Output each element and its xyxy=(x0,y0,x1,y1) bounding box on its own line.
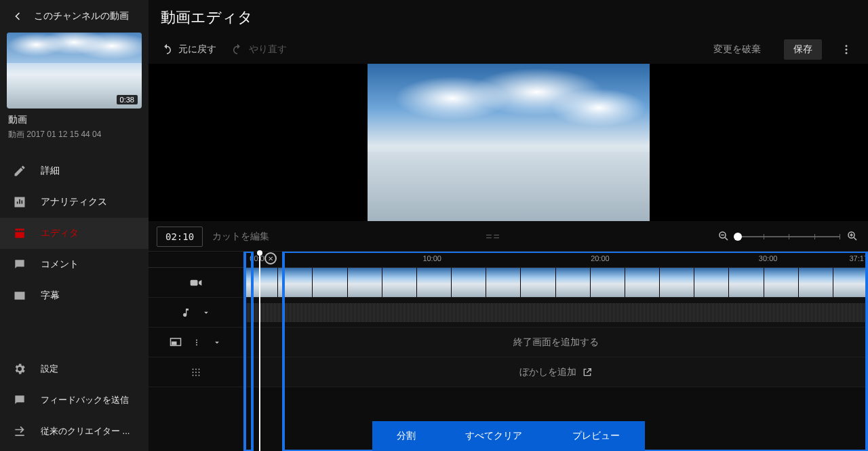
action-bar: 分割 すべてクリア プレビュー xyxy=(372,421,645,451)
nav-comments[interactable]: コメント xyxy=(0,249,149,280)
svg-rect-10 xyxy=(191,279,198,285)
blur-track-icon xyxy=(149,357,243,387)
svg-point-19 xyxy=(193,372,194,373)
video-thumbnail[interactable]: 0:38 xyxy=(7,33,142,109)
nav-label: 従来のクリエイター ... xyxy=(41,425,130,437)
chevron-down-icon[interactable] xyxy=(201,308,212,317)
split-button[interactable]: 分割 xyxy=(386,430,427,442)
timecode-box[interactable]: 02:10 xyxy=(157,227,203,247)
feedback-icon xyxy=(12,393,27,408)
nav-label: エディタ xyxy=(41,227,79,239)
pencil-icon xyxy=(12,163,27,178)
nav-label: コメント xyxy=(41,258,79,271)
audio-track[interactable] xyxy=(243,298,868,328)
gear-icon xyxy=(12,361,27,376)
ruler[interactable]: 00:00 10:00 20:00 30:00 37:17 ✕ xyxy=(243,252,868,268)
svg-point-23 xyxy=(195,374,197,376)
more-menu-icon[interactable] xyxy=(837,43,856,56)
nav-label: 設定 xyxy=(41,363,58,375)
video-track[interactable] xyxy=(243,268,868,298)
chevron-down-icon[interactable] xyxy=(212,338,222,347)
zoom-slider[interactable] xyxy=(738,236,840,237)
nav-details[interactable]: 詳細 xyxy=(0,155,149,187)
save-button[interactable]: 保存 xyxy=(784,39,822,60)
back-arrow-icon[interactable] xyxy=(9,8,26,24)
chart-icon xyxy=(12,195,27,210)
nav-analytics[interactable]: アナリティクス xyxy=(0,187,149,218)
back-to-channel[interactable]: このチャンネルの動画 xyxy=(0,8,149,33)
video-name: 動画 2017 01 12 15 44 04 xyxy=(8,129,140,140)
endscreen-track-icon xyxy=(170,337,182,348)
panel-drag-handle[interactable]: == xyxy=(279,231,708,243)
video-label: 動画 xyxy=(8,114,140,126)
sidebar: このチャンネルの動画 0:38 動画 動画 2017 01 12 15 44 0… xyxy=(0,0,149,451)
svg-point-0 xyxy=(846,45,848,47)
nav-legacy[interactable]: 従来のクリエイター ... xyxy=(0,416,149,447)
legacy-icon xyxy=(12,424,27,439)
svg-rect-12 xyxy=(172,342,176,345)
nav-editor[interactable]: エディタ xyxy=(0,218,149,249)
discard-button[interactable]: 変更を破棄 xyxy=(705,39,769,60)
nav-label: 詳細 xyxy=(41,165,60,177)
back-label: このチャンネルの動画 xyxy=(34,10,129,22)
nav-label: 字幕 xyxy=(41,290,60,302)
nav-subtitles[interactable]: 字幕 xyxy=(0,280,149,311)
subtitles-icon xyxy=(12,288,27,303)
svg-point-18 xyxy=(199,368,200,370)
toolbar: 元に戻す やり直す 変更を破棄 保存 xyxy=(149,35,868,64)
undo-button[interactable]: 元に戻す xyxy=(161,43,216,56)
open-external-icon[interactable] xyxy=(582,367,593,378)
svg-point-13 xyxy=(196,339,197,340)
redo-button[interactable]: やり直す xyxy=(231,43,287,56)
audio-track-icon xyxy=(180,307,191,319)
nav-settings[interactable]: 設定 xyxy=(0,353,149,385)
zoom-in-icon[interactable] xyxy=(846,230,860,243)
clear-all-button[interactable]: すべてクリア xyxy=(454,430,533,442)
nav-label: アナリティクス xyxy=(41,196,107,208)
marker-close-icon[interactable]: ✕ xyxy=(264,252,277,264)
cut-edit-label: カットを編集 xyxy=(212,231,269,243)
editor-icon xyxy=(12,226,27,241)
endscreen-track[interactable]: 終了画面を追加する xyxy=(243,328,868,357)
nav-label: フィードバックを送信 xyxy=(41,394,129,406)
svg-point-14 xyxy=(196,342,197,343)
playhead[interactable] xyxy=(259,252,260,451)
nav-feedback[interactable]: フィードバックを送信 xyxy=(0,385,149,416)
comment-icon xyxy=(12,257,27,272)
svg-point-1 xyxy=(846,49,848,51)
svg-point-20 xyxy=(195,372,197,373)
more-vert-icon[interactable] xyxy=(191,338,202,347)
svg-point-16 xyxy=(193,368,194,370)
zoom-out-icon[interactable] xyxy=(717,230,731,243)
svg-line-4 xyxy=(725,237,728,240)
page-title: 動画エディタ xyxy=(161,7,253,28)
duration-badge: 0:38 xyxy=(117,95,138,104)
svg-point-22 xyxy=(193,374,194,376)
svg-point-2 xyxy=(846,52,848,54)
blur-track[interactable]: ぼかしを追加 xyxy=(243,357,868,387)
preview-stage xyxy=(149,64,868,221)
svg-point-24 xyxy=(199,374,200,376)
preview-button[interactable]: プレビュー xyxy=(561,430,631,442)
video-preview[interactable] xyxy=(368,64,650,221)
svg-point-17 xyxy=(195,368,197,370)
svg-point-21 xyxy=(199,372,200,373)
video-track-icon xyxy=(149,268,243,298)
svg-line-7 xyxy=(854,237,856,240)
svg-point-15 xyxy=(196,344,197,345)
